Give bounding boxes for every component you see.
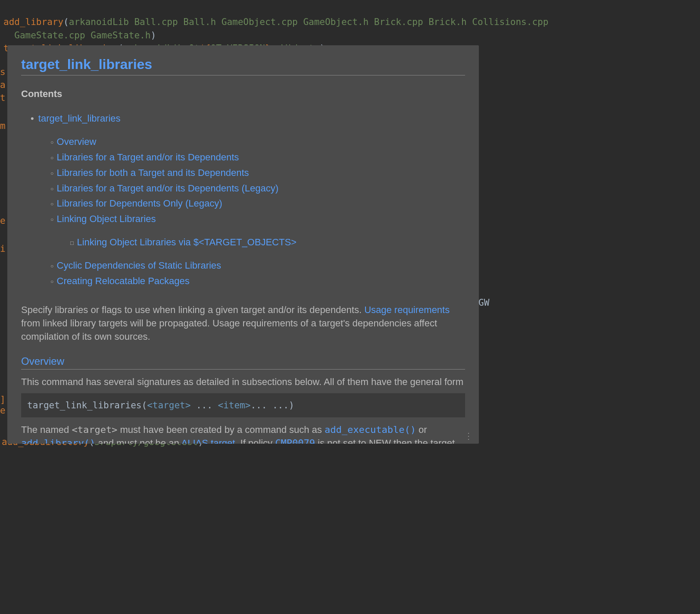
doc-link[interactable]: ALIAS target (181, 438, 235, 444)
gutter-text: GW (478, 298, 489, 308)
code-fn: target_link_libraries (27, 400, 142, 410)
code-mid: ... (191, 400, 218, 410)
doc-text: Specify libraries or flags to use when l… (21, 304, 364, 315)
code-fn: add_library (3, 17, 63, 27)
doc-text: . If policy (235, 438, 275, 444)
doc-overview-p1: This command has several signatures as d… (21, 376, 465, 389)
toc-link[interactable]: Overview (57, 136, 97, 147)
code-paren: ( (63, 17, 69, 27)
doc-link[interactable]: add_library() (21, 438, 95, 444)
code-paren: ) (150, 30, 156, 41)
doc-codeblock: target_link_libraries(<target> ... <item… (21, 393, 465, 417)
doc-text: or (416, 424, 427, 435)
code-indent (3, 30, 14, 41)
code-arg: <target> (147, 400, 191, 410)
toc-link[interactable]: Libraries for Dependents Only (Legacy) (57, 198, 222, 209)
toc-link[interactable]: Libraries for a Target and/or its Depend… (57, 183, 278, 194)
doc-link[interactable]: add_executable() (325, 424, 416, 435)
doc-link[interactable]: CMP0079 (275, 438, 315, 444)
toc-link[interactable]: Libraries for a Target and/or its Depend… (57, 152, 239, 163)
documentation-popup: target_link_libraries Contents target_li… (7, 45, 479, 444)
doc-text: and must not be an (95, 438, 181, 444)
toc-link[interactable]: Creating Relocatable Packages (57, 276, 190, 286)
code-arg: <item> (218, 400, 251, 410)
doc-contents-heading: Contents (21, 88, 465, 100)
code-tail: ... ...) (250, 400, 294, 410)
doc-text: from linked library targets will be prop… (21, 318, 437, 342)
doc-title[interactable]: target_link_libraries (21, 56, 465, 75)
doc-text: The named (21, 424, 72, 435)
doc-link[interactable]: Usage requirements (364, 304, 450, 315)
toc-link[interactable]: Linking Object Libraries via $<TARGET_OB… (77, 237, 296, 247)
kebab-menu-icon[interactable]: ⋮ (464, 434, 473, 438)
doc-toc: target_link_libraries Overview Libraries… (21, 112, 465, 288)
toc-link[interactable]: Linking Object Libraries (57, 213, 156, 224)
doc-intro-para: Specify libraries or flags to use when l… (21, 304, 465, 343)
code-args: GameState.cpp GameState.h (14, 30, 150, 41)
doc-overview-heading[interactable]: Overview (21, 355, 465, 370)
doc-overview-p2: The named <target> must have been create… (21, 423, 465, 444)
doc-text: must have been created by a command such… (117, 424, 325, 435)
toc-link[interactable]: Libraries for both a Target and its Depe… (57, 167, 249, 178)
code-args: arkanoidLib Ball.cpp Ball.h GameObject.c… (69, 17, 549, 27)
toc-link[interactable]: target_link_libraries (38, 113, 121, 124)
toc-link[interactable]: Cyclic Dependencies of Static Libraries (57, 260, 222, 271)
doc-code-inline: <target> (72, 424, 117, 435)
